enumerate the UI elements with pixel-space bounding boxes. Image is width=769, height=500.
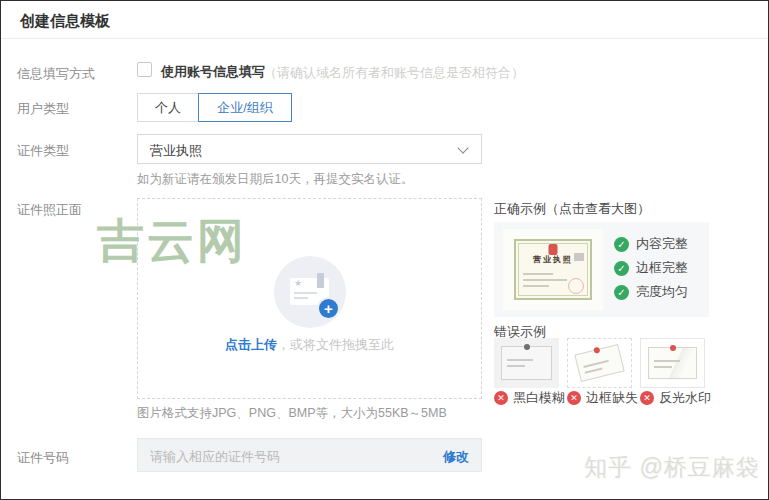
correct-check-item: ✓ 内容完整 <box>614 235 688 253</box>
wrong-example-image-missing-border <box>567 338 632 388</box>
text-line-decoration <box>523 273 553 275</box>
qr-code-icon <box>574 253 584 261</box>
site-watermark: 吉云网 <box>97 210 247 273</box>
correct-example-title: 正确示例（点击查看大图） <box>494 200 650 218</box>
correct-example-image[interactable]: 营业执照 <box>503 229 603 310</box>
modify-link[interactable]: 修改 <box>443 448 469 466</box>
mini-certificate <box>574 344 624 382</box>
emblem-icon <box>670 345 676 351</box>
mini-certificate <box>648 347 697 379</box>
header-divider <box>1 38 768 39</box>
upload-certificate-icon: ★ + <box>274 256 346 328</box>
emblem-icon <box>524 344 530 350</box>
mini-certificate <box>501 346 552 380</box>
wrong-label: 边框缺失 <box>586 389 638 407</box>
check-circle-icon: ✓ <box>614 237 629 252</box>
error-cross-icon: ✕ <box>567 391 581 405</box>
ribbon-icon <box>317 273 324 288</box>
text-line-decoration <box>294 292 317 294</box>
cert-type-helper-text: 如为新证请在颁发日期后10天，再提交实名认证。 <box>137 171 413 188</box>
check-label: 内容完整 <box>636 235 688 253</box>
sample-certificate: 营业执照 <box>514 239 592 300</box>
chevron-down-icon <box>457 142 468 153</box>
fill-mode-label: 信息填写方式 <box>17 65 95 83</box>
wrong-example-item: ✕ 反光水印 <box>640 389 711 407</box>
cert-type-label: 证件类型 <box>17 142 69 160</box>
use-account-info-checkbox-label[interactable]: 使用账号信息填写 <box>161 63 265 81</box>
fill-mode-note: （请确认域名所有者和账号信息是否相符合） <box>264 64 524 82</box>
cert-number-placeholder: 请输入相应的证件号码 <box>150 448 280 466</box>
add-plus-icon: + <box>317 297 340 320</box>
error-cross-icon: ✕ <box>494 391 508 405</box>
text-line-decoration <box>585 367 603 373</box>
wrong-example-item: ✕ 黑白模糊 <box>494 389 565 407</box>
cert-type-select[interactable]: 营业执照 <box>137 134 482 164</box>
wrong-example-image-blurry <box>494 338 559 388</box>
text-line-decoration <box>583 360 609 368</box>
zhihu-author-watermark: 知乎 @桥豆麻袋 <box>584 452 760 483</box>
check-label: 亮度均匀 <box>636 283 688 301</box>
create-info-template-panel: 创建信息模板 信息填写方式 使用账号信息填写 （请确认域名所有者和账号信息是否相… <box>0 0 769 500</box>
user-type-label: 用户类型 <box>17 100 69 118</box>
text-line-decoration <box>523 285 549 287</box>
wrong-example-image-glare <box>640 338 705 388</box>
page-title: 创建信息模板 <box>20 12 110 31</box>
wrong-label: 反光水印 <box>659 389 711 407</box>
check-label: 边框完整 <box>636 259 688 277</box>
check-circle-icon: ✓ <box>614 261 629 276</box>
text-line-decoration <box>654 366 672 368</box>
cert-type-selected-value: 营业执照 <box>150 142 202 160</box>
correct-check-item: ✓ 边框完整 <box>614 259 688 277</box>
wrong-label: 黑白模糊 <box>513 389 565 407</box>
image-format-hint: 图片格式支持JPG、PNG、BMP等，大小为55KB～5MB <box>137 405 447 422</box>
correct-check-item: ✓ 亮度均匀 <box>614 283 688 301</box>
text-line-decoration <box>523 279 567 281</box>
text-line-decoration <box>294 297 308 299</box>
error-cross-icon: ✕ <box>640 391 654 405</box>
cert-number-input[interactable]: 请输入相应的证件号码 修改 <box>137 438 482 472</box>
click-upload-link[interactable]: 点击上传 <box>225 337 277 352</box>
cert-photo-label: 证件照正面 <box>17 201 82 219</box>
user-type-personal-button[interactable]: 个人 <box>137 93 199 122</box>
star-icon: ★ <box>294 278 302 288</box>
text-line-decoration <box>507 365 525 367</box>
correct-example-panel: 营业执照 ✓ 内容完整 ✓ 边框完整 ✓ 亮度均匀 <box>494 222 709 317</box>
wrong-example-item: ✕ 边框缺失 <box>567 389 638 407</box>
use-account-info-checkbox[interactable] <box>137 62 152 77</box>
drag-hint-text: ，或将文件拖拽至此 <box>277 337 394 352</box>
emblem-icon <box>593 347 600 354</box>
seal-icon <box>568 278 584 294</box>
text-line-decoration <box>654 360 680 362</box>
text-line-decoration <box>507 359 533 361</box>
check-circle-icon: ✓ <box>614 285 629 300</box>
upload-text-row: 点击上传，或将文件拖拽至此 <box>138 336 481 354</box>
user-type-enterprise-button[interactable]: 企业/组织 <box>198 93 292 122</box>
cert-number-label: 证件号码 <box>17 449 69 467</box>
